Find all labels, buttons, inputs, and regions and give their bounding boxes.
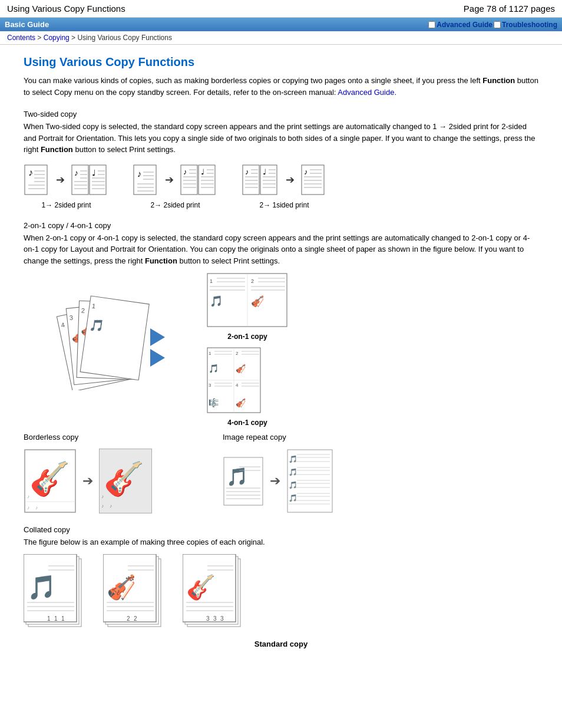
nav-links: Advanced Guide Troubleshooting — [428, 21, 557, 29]
diagram-1to2sided: ♪ ➔ ♪ — [24, 164, 109, 209]
svg-text:3: 3 — [213, 615, 217, 622]
double-page-icon-3: ♪ ♩ — [242, 164, 280, 196]
borderless-after: 🎸 ♪ ♪ ♪ — [99, 449, 152, 513]
svg-text:1: 1 — [61, 615, 65, 622]
intro-bold: Function — [482, 76, 515, 85]
svg-text:3: 3 — [220, 615, 224, 622]
imagerepeat-subtitle: Image repeat copy — [223, 433, 333, 442]
svg-text:♪: ♪ — [110, 503, 112, 509]
collated-set3-svg: 🎸 3 3 3 — [183, 554, 250, 634]
svg-text:♪: ♪ — [245, 167, 249, 176]
svg-text:🎸: 🎸 — [29, 460, 70, 498]
double-page-icon-2: ♪ ♩ — [180, 164, 218, 196]
svg-text:🎻: 🎻 — [236, 364, 246, 374]
two-sided-bold: Function — [41, 145, 73, 154]
two-sided-text1: When Two-sided copy is selected, the sta… — [24, 122, 437, 131]
svg-text:🎻: 🎻 — [251, 295, 265, 308]
result-2on1-svg: 1 🎵 2 🎻 — [206, 272, 289, 328]
svg-text:🎵: 🎵 — [210, 295, 223, 308]
svg-text:♩: ♩ — [263, 167, 266, 176]
arrow-icon-1: ➔ — [56, 173, 65, 186]
collated-set1-svg: 🎵 1 1 1 — [24, 554, 91, 634]
two-on-one-bold: Function — [145, 256, 177, 265]
borderless-imagerepeat-section: Borderless copy 🎸 ♪ ♪ ♪ ➔ 🎸 ♪ ♪ — [24, 433, 538, 513]
svg-text:🎸: 🎸 — [104, 460, 144, 498]
arrow-icon-2: ➔ — [165, 173, 174, 186]
breadcrumb-current: Using Various Copy Functions — [77, 34, 172, 42]
svg-text:3: 3 — [209, 383, 211, 388]
collated-set2-svg: 🎻 2 2 — [103, 554, 171, 634]
advanced-guide-box: Advanced Guide — [428, 21, 492, 29]
svg-text:3: 3 — [69, 314, 73, 321]
collated-subtitle: Collated copy — [24, 525, 538, 534]
svg-text:🎸: 🎸 — [186, 573, 216, 601]
page-info: Page 78 of 1127 pages — [464, 4, 555, 14]
troubleshooting-link[interactable]: Troubleshooting — [502, 21, 557, 29]
imagerepeat-before: 🎵 — [223, 456, 264, 506]
two-sided-section: Two-sided copy When Two-sided copy is se… — [24, 110, 538, 209]
svg-text:2: 2 — [251, 278, 254, 284]
single-page-icon: ♪ — [24, 164, 50, 196]
standard-copy-label: Standard copy — [24, 640, 538, 648]
two-on-one-text2: button to select Print settings. — [180, 256, 280, 265]
diagram-2to1sided-row: ♪ ♩ — [242, 164, 327, 196]
breadcrumb: Contents > Copying > Using Various Copy … — [0, 31, 562, 45]
collated-set-3: 🎸 3 3 3 — [183, 554, 250, 634]
single-page-icon-2: ♪ — [300, 164, 327, 196]
result-4on1: 1 🎵 2 🎻 3 🎼 — [206, 347, 289, 427]
breadcrumb-contents[interactable]: Contents — [7, 34, 35, 42]
borderless-group: Borderless copy 🎸 ♪ ♪ ♪ ➔ 🎸 ♪ ♪ — [24, 433, 152, 513]
two-sided-diagrams: ♪ ➔ ♪ — [24, 164, 538, 209]
svg-text:🎵: 🎵 — [289, 493, 297, 502]
svg-text:1: 1 — [210, 278, 213, 284]
svg-text:♪: ♪ — [27, 505, 29, 510]
advanced-guide-inline-link[interactable]: Advanced Guide. — [338, 88, 396, 97]
top-bar: Using Various Copy Functions Page 78 of … — [0, 0, 562, 18]
svg-text:🎻: 🎻 — [236, 398, 246, 408]
two-sided-text3: button to select Print settings. — [75, 145, 176, 154]
svg-text:🎵: 🎵 — [289, 467, 297, 476]
borderless-before: 🎸 ♪ ♪ ♪ — [24, 449, 77, 513]
svg-rect-80 — [80, 296, 149, 380]
svg-text:2: 2 — [127, 615, 130, 622]
advanced-guide-link[interactable]: Advanced Guide — [437, 21, 492, 29]
intro-text-1: You can make various kinds of copies, su… — [24, 76, 481, 85]
collated-diagrams: 🎵 1 1 1 🎻 — [24, 554, 538, 634]
collated-section: Collated copy The figure below is an exa… — [24, 525, 538, 648]
svg-text:2: 2 — [236, 351, 239, 356]
arrow-icon-3: ➔ — [286, 173, 295, 186]
main-heading: Using Various Copy Functions — [24, 55, 538, 69]
collated-set-2: 🎻 2 2 — [103, 554, 171, 634]
svg-text:♪: ♪ — [27, 494, 29, 499]
svg-text:2: 2 — [81, 307, 85, 314]
svg-marker-84 — [150, 349, 165, 367]
double-page-icon-1: ♪ ♩ — [71, 164, 109, 196]
troubleshooting-checkbox[interactable] — [494, 21, 501, 28]
collated-set-1: 🎵 1 1 1 — [24, 554, 91, 634]
label-1to2sided: 1→ 2sided print — [41, 201, 91, 209]
result-4on1-svg: 1 🎵 2 🎻 3 🎼 — [206, 347, 262, 414]
imagerepeat-group: Image repeat copy 🎵 ➔ — [223, 433, 333, 513]
svg-text:1: 1 — [209, 351, 211, 356]
svg-text:🎵: 🎵 — [27, 573, 57, 601]
advanced-guide-checkbox[interactable] — [428, 21, 435, 28]
svg-marker-83 — [150, 328, 165, 346]
svg-text:🎵: 🎵 — [289, 454, 297, 463]
copy-results: 1 🎵 2 🎻 2-on-1 copy — [206, 272, 289, 427]
troubleshooting-box: Troubleshooting — [494, 21, 557, 29]
label-2on1: 2-on-1 copy — [206, 332, 289, 341]
result-2on1: 1 🎵 2 🎻 2-on-1 copy — [206, 272, 289, 341]
svg-text:♪: ♪ — [137, 169, 142, 179]
svg-text:♪: ♪ — [28, 167, 33, 177]
breadcrumb-copying[interactable]: Copying — [44, 34, 70, 42]
originals-fan: 4 3 🎻 2 🎻 — [24, 272, 189, 392]
page-icon-2to2-a: ♪ — [133, 164, 159, 196]
borderless-subtitle: Borderless copy — [24, 433, 152, 442]
imagerepeat-after: 🎵 🎵 🎵 🎵 — [286, 449, 333, 513]
svg-text:🎵: 🎵 — [289, 480, 297, 489]
label-2to1sided: 2→ 1sided print — [259, 201, 309, 209]
page-title: Using Various Copy Functions — [7, 4, 125, 14]
svg-text:2: 2 — [134, 615, 137, 622]
svg-text:🎻: 🎻 — [107, 573, 136, 601]
svg-text:3: 3 — [206, 615, 210, 622]
